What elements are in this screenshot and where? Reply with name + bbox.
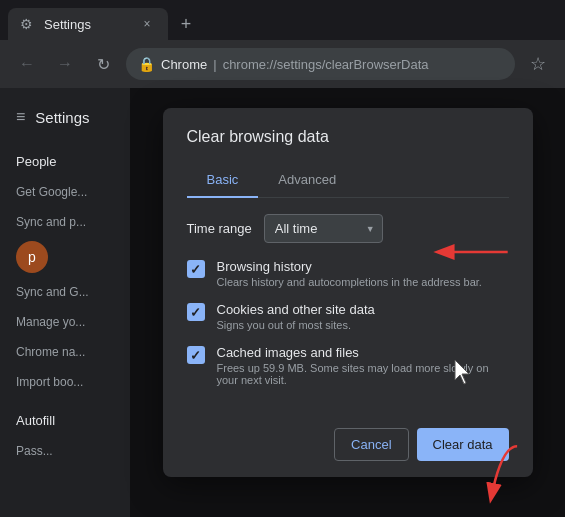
sidebar-item-autofill[interactable]: Autofill	[0, 405, 130, 436]
cookies-content: Cookies and other site data Signs you ou…	[217, 302, 375, 331]
address-separator: |	[213, 57, 216, 72]
browsing-history-item: ✓ Browsing history Clears history and au…	[187, 259, 509, 288]
sidebar-title: Settings	[35, 109, 89, 126]
browsing-history-title: Browsing history	[217, 259, 482, 274]
back-button[interactable]: ←	[12, 49, 42, 79]
sidebar-item-get-google[interactable]: Get Google...	[0, 177, 130, 207]
menu-icon[interactable]: ≡	[16, 108, 25, 126]
main-content: Clear browsing data Basic Advanced Time …	[130, 88, 565, 517]
mouse-cursor	[453, 358, 475, 386]
cache-checkbox[interactable]: ✓	[187, 346, 205, 364]
time-range-label: Time range	[187, 221, 252, 236]
tab-bar: ⚙ Settings × +	[0, 0, 565, 40]
address-url: chrome://settings/clearBrowserData	[223, 57, 503, 72]
sidebar: ≡ Settings People Get Google... Sync and…	[0, 88, 130, 517]
new-tab-button[interactable]: +	[172, 10, 200, 38]
sidebar-item-sync-g[interactable]: Sync and G...	[0, 277, 130, 307]
browser-frame: ⚙ Settings × + ← → ↻ 🔒 Chrome | chrome:/…	[0, 0, 565, 517]
browsing-history-checkbox[interactable]: ✓	[187, 260, 205, 278]
sidebar-item-passwords[interactable]: Pass...	[0, 436, 130, 466]
sidebar-header: ≡ Settings	[0, 96, 130, 138]
cookies-desc: Signs you out of most sites.	[217, 319, 375, 331]
tab-close-button[interactable]: ×	[138, 15, 156, 33]
refresh-button[interactable]: ↻	[88, 49, 118, 79]
tab-label: Settings	[44, 17, 130, 32]
annotation-arrow-2	[438, 441, 523, 509]
settings-tab[interactable]: ⚙ Settings ×	[8, 8, 168, 40]
modal-header: Clear browsing data Basic Advanced	[163, 108, 533, 198]
browsing-history-content: Browsing history Clears history and auto…	[217, 259, 482, 288]
sidebar-item-chrome-name[interactable]: Chrome na...	[0, 337, 130, 367]
modal-tabs: Basic Advanced	[187, 162, 509, 198]
cookies-title: Cookies and other site data	[217, 302, 375, 317]
forward-button[interactable]: →	[50, 49, 80, 79]
modal-body: Time range Last hour Last 24 hours Last …	[163, 198, 533, 416]
checkmark-icon: ✓	[190, 305, 201, 320]
sidebar-item-import[interactable]: Import boo...	[0, 367, 130, 397]
tab-advanced[interactable]: Advanced	[258, 162, 356, 197]
site-name: Chrome	[161, 57, 207, 72]
time-range-select[interactable]: Last hour Last 24 hours Last 7 days Last…	[264, 214, 383, 243]
nav-bar: ← → ↻ 🔒 Chrome | chrome://settings/clear…	[0, 40, 565, 88]
avatar[interactable]: p	[16, 241, 48, 273]
time-range-row: Time range Last hour Last 24 hours Last …	[187, 214, 509, 243]
cookies-item: ✓ Cookies and other site data Signs you …	[187, 302, 509, 331]
content-area: ≡ Settings People Get Google... Sync and…	[0, 88, 565, 517]
address-bar[interactable]: 🔒 Chrome | chrome://settings/clearBrowse…	[126, 48, 515, 80]
checkmark-icon: ✓	[190, 262, 201, 277]
cancel-button[interactable]: Cancel	[334, 428, 408, 461]
bookmark-button[interactable]: ☆	[523, 49, 553, 79]
secure-icon: 🔒	[138, 56, 155, 72]
time-range-select-wrapper[interactable]: Last hour Last 24 hours Last 7 days Last…	[264, 214, 383, 243]
sidebar-item-manage[interactable]: Manage yo...	[0, 307, 130, 337]
sidebar-item-people[interactable]: People	[0, 146, 130, 177]
checkmark-icon: ✓	[190, 348, 201, 363]
tab-basic[interactable]: Basic	[187, 162, 259, 197]
settings-favicon: ⚙	[20, 16, 36, 32]
cookies-checkbox[interactable]: ✓	[187, 303, 205, 321]
browsing-history-desc: Clears history and autocompletions in th…	[217, 276, 482, 288]
modal-title: Clear browsing data	[187, 128, 509, 146]
sidebar-item-sync[interactable]: Sync and p...	[0, 207, 130, 237]
clear-browsing-data-modal: Clear browsing data Basic Advanced Time …	[163, 108, 533, 477]
